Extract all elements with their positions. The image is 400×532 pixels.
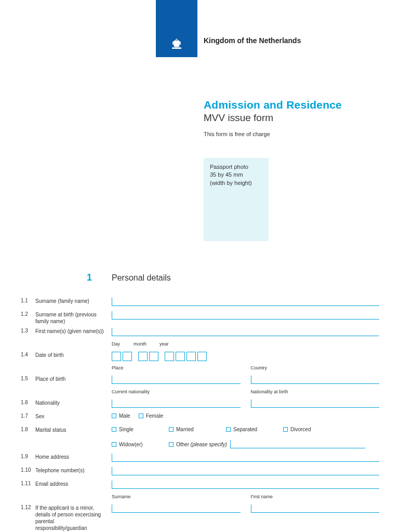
input-birth-nat[interactable] [251,400,380,408]
label-current-nat: Current nationality [112,389,241,394]
label-email: Email address [35,481,68,487]
item-num-1-1: 1.1 [21,298,35,304]
label-surname-birth: Surname at birth (previous family name) [35,311,106,325]
input-current-nat[interactable] [112,400,241,408]
input-dob-y3[interactable] [186,352,196,361]
label-marital: Marital status [35,427,66,433]
input-g-surname[interactable] [112,504,241,513]
label-surname: Surname (family name) [35,298,89,304]
passport-photo-box: Passport photo 35 by 45 mm (width by hei… [204,158,269,241]
section-title: Personal details [112,273,171,283]
input-g-firstname[interactable] [251,504,380,513]
section-number: 1 [21,272,112,283]
item-num-1-5: 1.5 [21,376,35,382]
option-female: Female [146,413,163,419]
input-email[interactable] [112,481,379,489]
item-num-1-10: 1.10 [21,467,35,474]
option-male: Male [119,413,130,419]
checkbox-widower[interactable] [112,442,116,447]
svg-rect-1 [172,47,181,49]
item-num-1-11: 1.11 [21,481,35,487]
label-month: month [134,341,159,347]
item-num-1-8: 1.8 [21,427,35,433]
option-single: Single [119,427,134,432]
label-pob: Place of birth [35,376,65,382]
checkbox-other[interactable] [169,442,174,447]
form-title: Admission and Residence [204,99,379,111]
option-divorced: Divorced [290,427,311,432]
label-g-surname: Surname [112,494,241,499]
checkbox-single[interactable] [112,427,116,432]
label-firstnames: First name(s) (given name(s)) [35,328,104,335]
input-surname-birth[interactable] [112,311,379,320]
input-dob-d1[interactable] [112,352,121,361]
checkbox-female[interactable] [139,414,143,418]
input-dob-m2[interactable] [149,352,158,361]
checkbox-divorced[interactable] [283,427,288,432]
checkbox-separated[interactable] [226,427,231,432]
item-num-1-12: 1.12 [21,504,35,531]
input-surname[interactable] [112,298,379,306]
form-subtitle: MVV issue form [204,112,379,124]
kingdom-label: Kingdom of the Netherlands [204,36,379,45]
label-phone: Telephone number(s) [35,467,85,474]
input-dob-d2[interactable] [123,352,132,361]
input-dob-y4[interactable] [197,352,207,361]
label-year: year [159,341,185,347]
checkbox-male[interactable] [112,414,116,418]
label-dob: Date of birth [35,352,63,358]
input-dob-y2[interactable] [176,352,185,361]
photo-label-2: 35 by 45 mm [210,171,262,179]
label-g-firstname: First name [251,494,380,499]
input-firstnames[interactable] [112,328,379,336]
item-num-1-3: 1.3 [21,328,35,335]
label-home: Home address [35,454,69,460]
input-dob-y1[interactable] [165,352,174,361]
option-married: Married [176,427,194,432]
svg-rect-0 [174,41,180,47]
option-specify: (please specify) [191,442,227,447]
label-guardian: If the applicant is a minor, details of … [35,504,106,531]
label-place: Place [112,365,241,370]
item-num-1-9: 1.9 [21,454,35,460]
item-num-1-2: 1.2 [21,311,35,325]
option-widower: Widow(er) [119,442,143,447]
input-place[interactable] [112,376,241,384]
item-num-1-7: 1.7 [21,413,35,420]
crest-icon [167,35,186,54]
input-other-specify[interactable] [230,440,365,448]
government-logo [156,31,197,57]
label-birth-nat: Nationality at birth [251,389,380,394]
checkbox-married[interactable] [169,427,174,432]
photo-label-1: Passport photo [210,163,262,171]
input-home[interactable] [112,454,379,462]
form-note: This form is free of charge [204,131,379,137]
input-phone[interactable] [112,467,379,475]
label-nationality: Nationality [35,400,60,406]
photo-label-3: (width by height) [210,179,262,187]
item-num-1-6: 1.6 [21,400,35,406]
input-dob-m1[interactable] [138,352,148,361]
label-sex: Sex [35,413,44,420]
option-other: Other [176,442,189,447]
item-num-1-4: 1.4 [21,352,35,358]
label-country: Country [251,365,380,370]
label-day: Day [112,341,134,347]
option-separated: Separated [233,427,257,432]
input-country[interactable] [251,376,380,384]
